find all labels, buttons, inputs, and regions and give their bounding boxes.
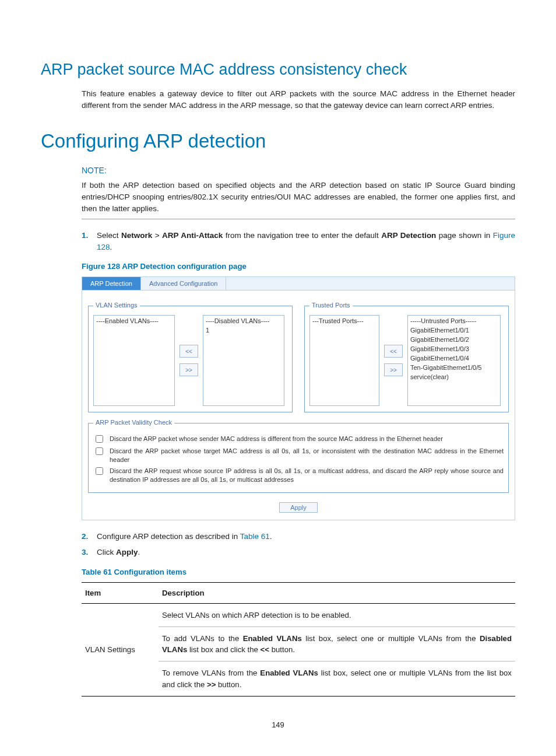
bold: Network (121, 231, 152, 240)
move-left-button[interactable]: << (180, 345, 198, 358)
table-caption: Table 61 Configuration items (82, 566, 515, 578)
tab-bar: ARP Detection Advanced Configuration (82, 277, 515, 290)
text: from the navigation tree to enter the de… (223, 231, 381, 240)
text: list box, select one or multiple VLANs f… (302, 634, 480, 643)
text: Configure ARP detection as described in (97, 532, 240, 541)
vlan-settings-fieldset: VLAN Settings ----Enabled VLANs---- << >… (88, 301, 293, 412)
check-label: Discard the ARP packet whose sender MAC … (110, 435, 443, 443)
note-label: NOTE: (82, 164, 515, 176)
step-text: Click Apply. (97, 547, 515, 558)
bold: ARP Anti-Attack (162, 231, 223, 240)
text: . (110, 243, 112, 251)
text: To add VLANs to the (162, 634, 243, 643)
check-label: Discard the ARP request whose source IP … (110, 467, 504, 484)
check-label: Discard the ARP packet whose target MAC … (110, 447, 504, 464)
apply-button[interactable]: Apply (279, 502, 318, 513)
move-right-button[interactable]: >> (384, 363, 403, 376)
check-source-ip[interactable] (96, 467, 103, 475)
listbox-header: ----Enabled VLANs---- (96, 317, 172, 326)
list-item[interactable]: 1 (206, 326, 281, 335)
text: list box and click the (187, 645, 260, 654)
listbox-header: ---Trusted Ports--- (312, 317, 376, 326)
text: button. (269, 645, 295, 654)
move-left-button[interactable]: << (384, 345, 403, 358)
step-number: 3. (82, 547, 97, 558)
arp-detection-screenshot: ARP Detection Advanced Configuration VLA… (82, 276, 515, 520)
page-number: 149 (41, 720, 515, 731)
text: . (138, 548, 140, 556)
list-item[interactable]: GigabitEthernet1/0/4 (410, 354, 498, 363)
tab-advanced-config[interactable]: Advanced Configuration (141, 277, 226, 290)
listbox-header: ----Disabled VLANs---- (206, 317, 281, 326)
list-item[interactable]: Ten-GigabitEthernet1/0/5 (410, 363, 498, 373)
link-table61[interactable]: Table 61 (240, 532, 270, 541)
bold: ARP Detection (381, 231, 436, 240)
tab-arp-detection[interactable]: ARP Detection (82, 277, 141, 290)
trusted-ports-listbox[interactable]: ---Trusted Ports--- (309, 315, 379, 406)
trusted-ports-legend: Trusted Ports (309, 301, 353, 310)
step-text: Configure ARP detection as described in … (97, 531, 515, 542)
check-target-mac[interactable] (96, 447, 103, 455)
figure-caption: Figure 128 ARP Detection configuration p… (82, 261, 515, 272)
disabled-vlans-listbox[interactable]: ----Disabled VLANs---- 1 (203, 315, 284, 406)
bold: >> (207, 680, 216, 689)
note-box: NOTE: If both the ARP detection based on… (82, 164, 515, 219)
step-number: 2. (82, 531, 97, 542)
table-header-item: Item (82, 582, 159, 603)
list-item[interactable]: GigabitEthernet1/0/3 (410, 345, 498, 354)
listbox-header: -----Untrusted Ports----- (410, 317, 498, 326)
trusted-ports-fieldset: Trusted Ports ---Trusted Ports--- << >> … (304, 301, 509, 412)
step-text: Select Network > ARP Anti-Attack from th… (97, 230, 515, 253)
text: Select (97, 231, 121, 240)
bold: Enabled VLANs (243, 634, 302, 643)
arp-validity-fieldset: ARP Packet Validity Check Discard the AR… (88, 418, 509, 492)
text: Click (97, 548, 116, 556)
text: button. (216, 680, 241, 689)
heading-configuring-arp: Configuring ARP detection (41, 127, 515, 155)
table-cell-desc: To add VLANs to the Enabled VLANs list b… (159, 627, 515, 662)
table-cell-desc: Select VLANs on which ARP detection is t… (159, 604, 515, 627)
paragraph-arp-mac-check: This feature enables a gateway device to… (82, 88, 515, 111)
list-item[interactable]: GigabitEthernet1/0/2 (410, 335, 498, 345)
table-cell-desc: To remove VLANs from the Enabled VLANs l… (159, 662, 515, 696)
list-item[interactable]: GigabitEthernet1/0/1 (410, 326, 498, 335)
step-number: 1. (82, 230, 97, 253)
move-right-button[interactable]: >> (180, 363, 198, 376)
table-header-description: Description (159, 582, 515, 603)
enabled-vlans-listbox[interactable]: ----Enabled VLANs---- (93, 315, 175, 406)
text: page shown in (436, 231, 492, 240)
vlan-settings-legend: VLAN Settings (93, 301, 140, 310)
note-body: If both the ARP detection based on speci… (82, 180, 515, 214)
text: > (152, 231, 162, 240)
bold: << (261, 645, 269, 654)
bold: Apply (116, 548, 138, 556)
untrusted-ports-listbox[interactable]: -----Untrusted Ports----- GigabitEtherne… (407, 315, 501, 406)
check-sender-mac[interactable] (96, 435, 103, 443)
list-item[interactable]: service(clear) (410, 373, 498, 382)
arp-validity-legend: ARP Packet Validity Check (93, 418, 174, 428)
bold: Enabled VLANs (260, 668, 318, 677)
table-cell-item: VLAN Settings (82, 604, 159, 696)
config-table: Item Description VLAN Settings Select VL… (82, 582, 515, 696)
text: To remove VLANs from the (162, 668, 260, 677)
text: . (270, 532, 272, 541)
heading-arp-mac-check: ARP packet source MAC address consistenc… (41, 58, 515, 81)
